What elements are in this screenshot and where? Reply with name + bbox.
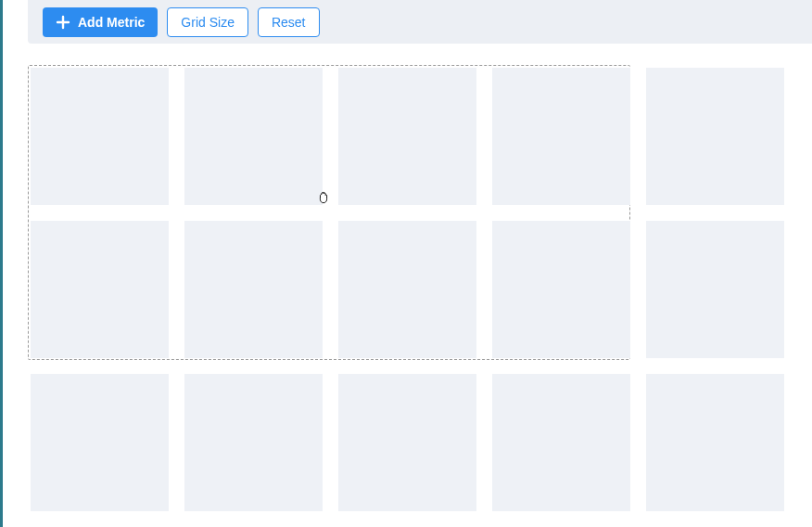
grid-tile[interactable] [31,374,169,511]
grid-tile[interactable] [492,374,630,511]
grid-tile[interactable] [31,68,169,205]
grid-tile[interactable] [492,68,630,205]
add-metric-button[interactable]: Add Metric [43,7,158,37]
grid-canvas[interactable] [28,65,784,527]
add-metric-label: Add Metric [78,15,145,30]
left-accent-border [0,0,3,527]
grid-tile[interactable] [31,221,169,358]
grid-tile[interactable] [184,221,323,358]
grid-tile[interactable] [184,68,323,205]
grid-tile[interactable] [646,221,784,358]
grid-tile[interactable] [338,374,476,511]
reset-label: Reset [272,15,306,30]
grid-tile[interactable] [646,374,784,511]
toolbar: Add Metric Grid Size Reset [28,0,812,44]
grid-tile[interactable] [338,221,476,358]
grid-tile[interactable] [184,374,323,511]
grid-tile[interactable] [338,68,476,205]
grid-tile[interactable] [646,68,784,205]
grid-size-label: Grid Size [181,15,235,30]
plus-icon [56,15,70,30]
grid-size-button[interactable]: Grid Size [167,7,248,37]
reset-button[interactable]: Reset [258,7,320,37]
grid-tile[interactable] [492,221,630,358]
